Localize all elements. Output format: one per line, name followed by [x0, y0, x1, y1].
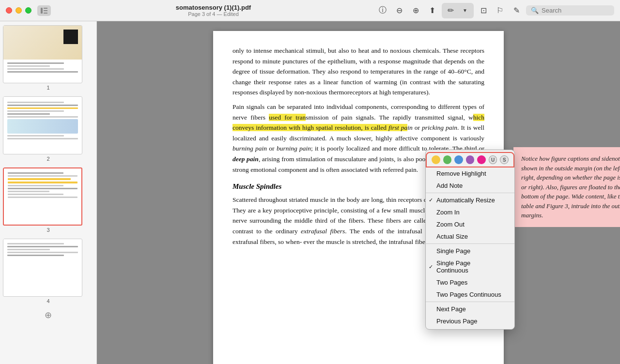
thumb-line: [7, 110, 64, 112]
menu-label-zoom-in: Zoom In: [436, 209, 460, 216]
thumb-line: [8, 172, 63, 174]
close-button[interactable]: [6, 7, 12, 14]
search-icon: 🔍: [531, 7, 539, 14]
thumb-line: [7, 255, 64, 256]
page-thumb-2[interactable]: 2: [3, 96, 93, 162]
thumb-image-3: [3, 167, 82, 226]
thumb-line: [7, 102, 64, 103]
checkmark-auto-resize: ✓: [429, 197, 433, 203]
page-number-2: 2: [3, 156, 93, 162]
color-pink[interactable]: [477, 155, 486, 164]
menu-label-remove-highlight: Remove Highlight: [436, 170, 486, 177]
thumb-line: [7, 246, 78, 247]
menu-divider-2: [426, 243, 514, 244]
color-blue[interactable]: [454, 155, 463, 164]
color-purple[interactable]: [466, 155, 475, 164]
page-number-4: 4: [3, 298, 93, 304]
pdf-page: only to intense mechanical stimuli, but …: [213, 31, 504, 364]
pen-tool-button[interactable]: ✏: [444, 4, 457, 17]
thumb-line: [7, 105, 78, 106]
page-thumb-1[interactable]: 1: [3, 25, 93, 91]
annotation-tools: ✏ ▼: [442, 3, 474, 18]
add-page-button[interactable]: ⊕: [45, 310, 52, 320]
thumb-image-1: [3, 25, 82, 83]
thumb-image-4: [3, 239, 82, 297]
menu-label-single-page: Single Page: [436, 247, 470, 255]
menu-item-two-pages-continuous[interactable]: ✓ Two Pages Continuous: [426, 288, 514, 301]
search-input[interactable]: [542, 7, 609, 14]
svg-rect-3: [44, 13, 47, 14]
menu-divider-1: [426, 193, 514, 193]
menu-item-add-note[interactable]: ✓ Add Note: [426, 180, 514, 192]
menu-item-next-page[interactable]: ✓ Next Page: [426, 303, 514, 315]
menu-label-zoom-out: Zoom Out: [436, 221, 465, 228]
menu-item-two-pages[interactable]: ✓ Two Pages: [426, 276, 514, 288]
menu-label-actual-size: Actual Size: [436, 233, 468, 240]
zoom-out-button[interactable]: ⊖: [392, 4, 406, 17]
thumb-highlight: [8, 182, 78, 183]
share-button[interactable]: ⬆: [425, 4, 439, 17]
thumb-line: [7, 113, 50, 115]
sign-button[interactable]: ✎: [510, 4, 523, 17]
file-subtitle: Page 3 of 4 — Edited: [188, 11, 239, 17]
thumb-line: [7, 65, 50, 67]
menu-item-zoom-in[interactable]: ✓ Zoom In: [426, 206, 514, 218]
thumb-highlight: [8, 178, 71, 180]
filename-label: somatosensory (1)(1).pdf: [176, 4, 251, 11]
thumb-line: [8, 175, 78, 177]
color-yellow[interactable]: [432, 155, 440, 164]
info-button[interactable]: ⓘ: [376, 4, 389, 17]
color-green[interactable]: [443, 155, 452, 164]
menu-label-two-pages-continuous: Two Pages Continuous: [436, 291, 501, 298]
para-1: only to intense mechanical stimuli, but …: [232, 46, 484, 98]
sidenote-box: Notice how figure captions and sidenotes…: [513, 147, 620, 227]
menu-label-next-page: Next Page: [436, 305, 466, 313]
thumb-highlight: [7, 107, 78, 109]
pen-dropdown-button[interactable]: ▼: [458, 4, 472, 17]
stamp-button[interactable]: ⚐: [493, 4, 507, 17]
traffic-lights: [6, 7, 31, 14]
thumb-line: [8, 188, 78, 189]
context-menu: U S ✓ Remove Highlight ✓ Add Note ✓ A: [425, 150, 515, 330]
color-underline[interactable]: U: [489, 155, 497, 164]
thumb-lines-1: [3, 60, 82, 77]
minimize-button[interactable]: [16, 7, 22, 14]
menu-label-add-note: Add Note: [436, 182, 463, 189]
thumb-line: [8, 197, 78, 198]
checkmark-single-page-continuous: ✓: [429, 264, 433, 270]
anatomy-image: [3, 26, 82, 60]
thumb-line: [7, 116, 78, 118]
add-page-area: ⊕: [3, 310, 93, 320]
thumb-line: [7, 71, 78, 73]
thumb-line: [7, 68, 64, 70]
menu-item-zoom-out[interactable]: ✓ Zoom Out: [426, 218, 514, 230]
menu-item-remove-highlight[interactable]: ✓ Remove Highlight: [426, 167, 514, 180]
rectangle-button[interactable]: ⊡: [477, 4, 490, 17]
sidenote-text: Notice how figure captions and sidenotes…: [521, 155, 620, 219]
thumb-image-2: [3, 96, 82, 154]
color-picker-row: U S: [426, 152, 514, 167]
menu-label-two-pages: Two Pages: [436, 279, 467, 286]
zoom-in-button[interactable]: ⊕: [409, 4, 422, 17]
menu-item-auto-resize[interactable]: ✓ Automatically Resize: [426, 194, 514, 206]
menu-label-auto-resize: Automatically Resize: [436, 197, 495, 204]
main-content: 1 2: [0, 21, 620, 364]
maximize-button[interactable]: [25, 7, 31, 14]
thumb-line: [7, 252, 78, 253]
menu-item-actual-size[interactable]: ✓ Actual Size: [426, 230, 514, 243]
thumb-lines-3: [4, 168, 81, 202]
sidebar-toggle-button[interactable]: [37, 5, 51, 16]
page-thumb-4[interactable]: 4: [3, 239, 93, 304]
title-center: somatosensory (1)(1).pdf Page 3 of 4 — E…: [51, 4, 376, 17]
highlight-yellow-1: used for tran: [269, 114, 306, 121]
page-thumb-3[interactable]: 3: [3, 167, 93, 233]
svg-rect-2: [44, 10, 47, 11]
menu-item-previous-page[interactable]: ✓ Previous Page: [426, 315, 514, 327]
thumb-line: [7, 135, 64, 136]
search-bar[interactable]: 🔍: [526, 5, 614, 15]
thumb-line: [7, 249, 50, 250]
pdf-area[interactable]: only to intense mechanical stimuli, but …: [97, 21, 620, 364]
menu-item-single-page-continuous[interactable]: ✓ Single Page Continuous: [426, 257, 514, 276]
menu-item-single-page[interactable]: ✓ Single Page: [426, 245, 514, 257]
color-strikethrough[interactable]: S: [500, 155, 509, 164]
